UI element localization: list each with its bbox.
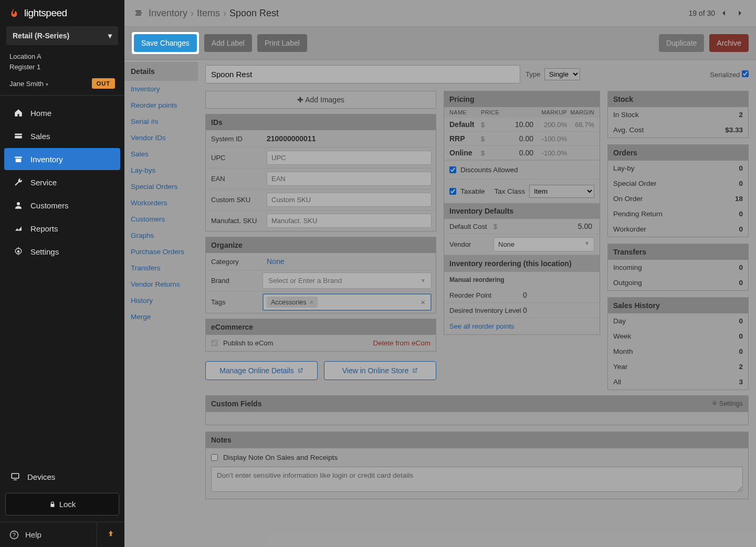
- upc-input[interactable]: [267, 151, 432, 165]
- subnav-item[interactable]: Sales: [124, 146, 198, 162]
- ean-input[interactable]: [267, 172, 432, 186]
- help-button[interactable]: ?Help: [0, 522, 97, 547]
- taxable-checkbox[interactable]: [449, 188, 456, 195]
- user-icon: [14, 201, 23, 210]
- layers-icon: [134, 8, 143, 18]
- series-selector[interactable]: Retail (R-Series) ▾: [6, 26, 118, 45]
- ids-title: IDs: [206, 114, 436, 130]
- pin-button[interactable]: [97, 522, 124, 547]
- view-online-button[interactable]: View in Online Store: [324, 361, 436, 380]
- subnav-item[interactable]: Reorder points: [124, 97, 198, 113]
- subnav-item[interactable]: Inventory: [124, 81, 198, 97]
- nav-home[interactable]: Home: [4, 102, 120, 124]
- subnav-item[interactable]: Serial #s: [124, 113, 198, 130]
- caret-down-icon: ▼: [421, 278, 426, 283]
- save-button-highlight: Save Changes: [132, 32, 199, 54]
- box-icon: [14, 154, 23, 164]
- remove-tag-icon[interactable]: ×: [309, 298, 313, 306]
- subnav-item[interactable]: Vendor IDs: [124, 130, 198, 146]
- info-row: All3: [608, 374, 748, 390]
- add-label-button[interactable]: Add Label: [204, 34, 252, 52]
- nav-customers[interactable]: Customers: [4, 194, 120, 216]
- orders-section: Orders Lay-by0Special Order0On Order18Pe…: [607, 144, 749, 237]
- subnav-item[interactable]: Workorders: [124, 195, 198, 211]
- pager-prev[interactable]: [717, 6, 731, 20]
- manufact-sku-input[interactable]: [267, 214, 432, 228]
- info-row: Incoming0: [608, 260, 748, 275]
- nav-settings[interactable]: Settings: [4, 240, 120, 262]
- subnav-title: Details: [124, 62, 198, 81]
- user-menu[interactable]: Jane Smith ▾: [9, 80, 48, 88]
- discounts-checkbox[interactable]: [449, 166, 456, 173]
- breadcrumb-root[interactable]: Inventory: [149, 8, 187, 19]
- serialized-checkbox[interactable]: [742, 70, 749, 77]
- see-all-reorder-link[interactable]: See all reorder points: [444, 318, 600, 334]
- desired-level-value[interactable]: 0: [523, 306, 594, 314]
- subnav-item[interactable]: Transfers: [124, 260, 198, 276]
- custom-sku-label: Custom SKU: [206, 192, 262, 208]
- subnav-item[interactable]: Purchase Orders: [124, 244, 198, 260]
- brand-select[interactable]: Select or Enter a Brand▼: [262, 272, 432, 289]
- subnav-item[interactable]: Customers: [124, 211, 198, 227]
- system-id-value: 210000000011: [262, 130, 436, 147]
- subnav-item[interactable]: Graphs: [124, 227, 198, 244]
- subnav-item[interactable]: Vendor Returns: [124, 276, 198, 292]
- breadcrumb-items[interactable]: Items: [197, 8, 220, 19]
- nav-service[interactable]: Service: [4, 171, 120, 193]
- info-row: On Order18: [608, 191, 748, 206]
- ean-label: EAN: [206, 171, 262, 187]
- delete-from-ecom[interactable]: Delete from eCom: [373, 339, 430, 347]
- chevron-down-icon: ▾: [46, 81, 48, 87]
- out-badge[interactable]: OUT: [92, 78, 115, 89]
- nav-inventory[interactable]: Inventory: [4, 148, 120, 170]
- reorder-point-value[interactable]: 0: [523, 291, 594, 299]
- display-note-checkbox[interactable]: [211, 454, 218, 461]
- lock-button[interactable]: Lock: [5, 493, 119, 516]
- save-button[interactable]: Save Changes: [134, 34, 197, 52]
- cash-icon: [14, 131, 23, 141]
- vendor-select[interactable]: None▼: [494, 237, 594, 251]
- svg-point-1: [17, 250, 20, 253]
- sidebar: lightspeed Retail (R-Series) ▾ Location …: [0, 0, 124, 547]
- print-label-button[interactable]: Print Label: [257, 34, 307, 52]
- notes-textarea[interactable]: [211, 467, 743, 492]
- chevron-left-icon: [720, 9, 728, 17]
- archive-button[interactable]: Archive: [709, 34, 749, 52]
- series-label: Retail (R-Series): [13, 31, 69, 40]
- publish-ecom-checkbox[interactable]: [211, 340, 218, 346]
- home-icon: [14, 108, 23, 118]
- subnav-item[interactable]: Merge: [124, 309, 198, 325]
- type-select[interactable]: Single: [544, 68, 580, 80]
- manage-online-button[interactable]: Manage Online Details: [205, 361, 318, 380]
- tags-input[interactable]: Accessories× ×: [262, 293, 432, 311]
- custom-fields-settings[interactable]: Settings: [711, 400, 743, 407]
- add-images-button[interactable]: ✚ Add Images: [205, 91, 436, 109]
- chart-icon: [14, 224, 23, 233]
- category-value[interactable]: None: [262, 253, 288, 270]
- clear-tags-icon[interactable]: ×: [418, 298, 427, 307]
- subnav-item[interactable]: History: [124, 292, 198, 309]
- ecommerce-section: eCommerce Publish to eCom Delete from eC…: [205, 319, 436, 352]
- custom-sku-input[interactable]: [267, 193, 432, 207]
- subnav-item[interactable]: Lay-bys: [124, 162, 198, 178]
- category-label: Category: [206, 254, 262, 270]
- nav-sales[interactable]: Sales: [4, 125, 120, 147]
- caret-down-icon: ▼: [584, 240, 590, 248]
- pager-next[interactable]: [733, 6, 747, 20]
- main-nav: Home Sales Inventory Service Customers R…: [0, 96, 124, 466]
- item-name-input[interactable]: [205, 65, 520, 83]
- devices-button[interactable]: Devices: [5, 466, 119, 488]
- manual-reordering-title: Manual reordering: [444, 272, 600, 288]
- svg-point-0: [17, 202, 20, 205]
- info-row: Special Order0: [608, 176, 748, 191]
- info-row: Year2: [608, 359, 748, 374]
- default-cost-value[interactable]: 5.00: [502, 222, 594, 230]
- subnav-item[interactable]: Special Orders: [124, 178, 198, 195]
- question-icon: ?: [9, 530, 19, 540]
- nav-reports[interactable]: Reports: [4, 217, 120, 239]
- tax-class-select[interactable]: Item: [529, 185, 594, 198]
- price-row: RRP$0.00-100.0%: [444, 132, 600, 146]
- duplicate-button[interactable]: Duplicate: [659, 34, 704, 52]
- svg-point-5: [713, 403, 715, 404]
- publish-ecom-label: Publish to eCom: [223, 339, 273, 347]
